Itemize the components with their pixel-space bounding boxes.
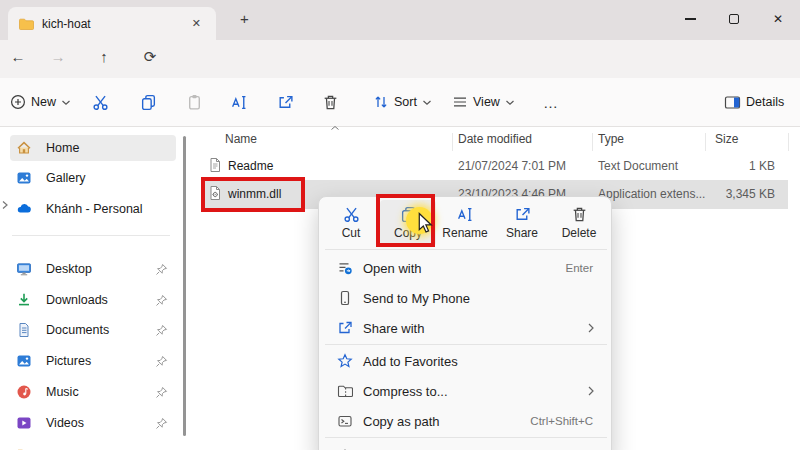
view-button[interactable]: View xyxy=(452,88,515,116)
menu-item-label: Open with xyxy=(363,261,422,276)
sidebar-item-desktop[interactable]: Desktop xyxy=(10,256,176,282)
sidebar-item-label: Gallery xyxy=(46,171,86,185)
sidebar-item-pictures[interactable]: Pictures xyxy=(10,348,176,374)
menu-item-send-to-phone[interactable]: Send to My Phone xyxy=(323,283,609,313)
sidebar-item-home[interactable]: Home xyxy=(10,135,176,161)
phone-icon xyxy=(337,290,353,306)
cut-label: Cut xyxy=(342,226,361,240)
maximize-button[interactable] xyxy=(712,0,756,38)
command-toolbar: New Sort View … xyxy=(0,78,800,127)
menu-item-compress-to[interactable]: Compress to... xyxy=(323,376,609,406)
sort-button[interactable]: Sort xyxy=(373,88,432,116)
more-options-button[interactable]: … xyxy=(543,88,558,116)
open-with-icon xyxy=(337,260,353,276)
file-explorer-window: kich-hoat ✕ + ✕ ← → ↑ ⟳ Start backup › xyxy=(0,0,800,450)
sidebar: Home Gallery Khánh - Personal Desktop Do… xyxy=(0,128,200,450)
menu-shortcut: Ctrl+Shift+C xyxy=(530,415,593,427)
context-share-button[interactable]: Share xyxy=(494,200,550,246)
onedrive-icon xyxy=(16,201,32,217)
column-header-name[interactable]: Name xyxy=(225,132,257,146)
navigation-bar: ← → ↑ ⟳ Start backup › ••• kich-hoat xyxy=(0,40,800,78)
column-header-date[interactable]: Date modified xyxy=(458,132,532,146)
menu-item-copy-as-path[interactable]: Copy as path Ctrl+Shift+C xyxy=(323,406,609,436)
sidebar-item-label: Desktop xyxy=(46,262,92,276)
context-delete-button[interactable]: Delete xyxy=(551,200,607,246)
paste-button[interactable] xyxy=(186,88,203,116)
explorer-tab[interactable]: kich-hoat ✕ xyxy=(8,7,216,40)
forward-button[interactable]: → xyxy=(46,48,70,70)
file-row-readme[interactable]: Readme 21/07/2024 7:01 PM Text Document … xyxy=(200,152,800,180)
chevron-down-icon xyxy=(505,99,515,106)
delete-button[interactable] xyxy=(322,88,339,116)
context-rename-button[interactable]: Rename xyxy=(437,200,493,246)
back-button[interactable]: ← xyxy=(6,48,30,70)
sidebar-item-documents[interactable]: Documents xyxy=(10,317,176,343)
copy-as-path-icon xyxy=(337,413,353,429)
sidebar-item-videos[interactable]: Videos xyxy=(10,410,176,436)
close-button[interactable]: ✕ xyxy=(756,0,800,38)
sidebar-scrollbar[interactable] xyxy=(183,136,186,436)
menu-item-label: Share with xyxy=(363,321,424,336)
sidebar-item-music[interactable]: Music xyxy=(10,379,176,405)
new-button[interactable]: New xyxy=(10,88,71,116)
rename-icon xyxy=(230,94,248,111)
column-separator[interactable] xyxy=(592,133,593,151)
menu-item-properties[interactable]: Properties Alt+Enter xyxy=(323,440,609,450)
tab-title: kich-hoat xyxy=(42,17,187,31)
column-separator[interactable] xyxy=(705,133,706,151)
up-button[interactable]: ↑ xyxy=(92,48,116,70)
details-pane-button[interactable]: Details xyxy=(724,88,784,116)
details-label: Details xyxy=(746,95,784,109)
view-label: View xyxy=(473,95,500,109)
folder-icon xyxy=(18,16,34,32)
rename-label: Rename xyxy=(442,226,487,240)
copy-button[interactable] xyxy=(140,88,157,116)
pin-icon xyxy=(155,324,168,337)
new-tab-button[interactable]: + xyxy=(232,10,257,27)
sidebar-item-gallery[interactable]: Gallery xyxy=(10,165,176,191)
copy-icon xyxy=(140,94,157,111)
delete-icon xyxy=(571,206,588,223)
sidebar-item-label: Pictures xyxy=(46,354,91,368)
view-list-icon xyxy=(452,94,468,110)
sort-icon xyxy=(373,94,389,110)
sort-label: Sort xyxy=(394,95,417,109)
context-cut-button[interactable]: Cut xyxy=(323,200,379,246)
pin-icon xyxy=(155,386,168,399)
refresh-button[interactable]: ⟳ xyxy=(138,48,162,70)
compress-folder-icon xyxy=(337,383,353,399)
share-label: Share xyxy=(506,226,538,240)
sidebar-item-onedrive-personal[interactable]: Khánh - Personal xyxy=(10,196,176,222)
menu-item-label: Send to My Phone xyxy=(363,291,470,306)
sidebar-item-label: Videos xyxy=(46,416,84,430)
menu-item-open-with[interactable]: Open with Enter xyxy=(323,253,609,283)
sidebar-separator xyxy=(12,235,170,236)
downloads-icon xyxy=(16,292,32,308)
pin-icon xyxy=(155,263,168,276)
expand-chevron-icon[interactable] xyxy=(0,200,10,210)
title-bar: kich-hoat ✕ + ✕ xyxy=(0,0,800,40)
file-name: Readme xyxy=(228,159,273,173)
tab-close-icon[interactable]: ✕ xyxy=(187,15,206,32)
file-type: Text Document xyxy=(598,159,678,173)
minimize-button[interactable] xyxy=(668,0,712,38)
file-size: 1 KB xyxy=(690,159,775,173)
column-header-type[interactable]: Type xyxy=(598,132,624,146)
cut-button[interactable] xyxy=(92,88,109,116)
rename-button[interactable] xyxy=(230,88,248,116)
minimize-icon xyxy=(685,18,696,19)
column-separator[interactable] xyxy=(452,133,453,151)
sidebar-item-label: Music xyxy=(46,385,79,399)
share-button[interactable] xyxy=(277,88,294,116)
menu-item-share-with[interactable]: Share with xyxy=(323,313,609,343)
column-separator[interactable] xyxy=(788,133,789,151)
sidebar-item-downloads[interactable]: Downloads xyxy=(10,287,176,313)
menu-item-add-to-favorites[interactable]: Add to Favorites xyxy=(323,346,609,376)
chevron-down-icon xyxy=(422,99,432,106)
details-pane-icon xyxy=(724,95,741,110)
sidebar-item-clipped[interactable] xyxy=(10,442,176,450)
pictures-icon xyxy=(16,353,32,369)
context-menu-action-row: Cut Copy Rename Share Delete xyxy=(319,197,611,249)
desktop-icon xyxy=(16,261,32,277)
column-header-size[interactable]: Size xyxy=(715,132,738,146)
